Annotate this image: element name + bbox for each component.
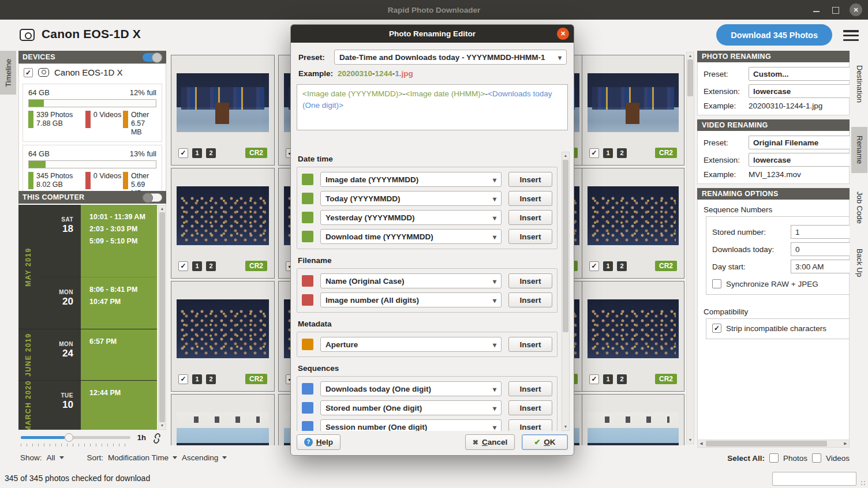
tab-job-code[interactable]: Job Code bbox=[851, 181, 867, 234]
token-combo[interactable]: Download time (YYYYMMDD) bbox=[320, 229, 502, 244]
menu-icon[interactable] bbox=[843, 30, 859, 41]
insert-button[interactable]: Insert bbox=[508, 337, 552, 352]
thumbnail-checkbox[interactable] bbox=[589, 374, 599, 384]
thumbnail-checkbox[interactable] bbox=[178, 374, 188, 384]
sort-order-select[interactable]: Ascending bbox=[182, 453, 227, 462]
token-combo[interactable]: Aperture bbox=[320, 337, 502, 352]
scroll-up-icon[interactable] bbox=[687, 53, 694, 59]
insert-button[interactable]: Insert bbox=[508, 400, 552, 415]
strip-incompatible-option[interactable]: Strip incompatible characters bbox=[712, 324, 850, 333]
stored-number-input[interactable]: 1 bbox=[791, 225, 850, 239]
thumbnail-checkbox[interactable] bbox=[178, 148, 188, 158]
this-computer-toggle[interactable] bbox=[143, 193, 162, 202]
token-row: Image number (All digits)Insert bbox=[302, 292, 552, 307]
timeline-day-row[interactable]: MON208:06 - 8:41 PM10:47 PM bbox=[38, 277, 157, 329]
video-preset-combo[interactable]: Original Filename bbox=[749, 136, 850, 149]
scrollbar-thumb[interactable] bbox=[706, 441, 827, 446]
scroll-down-icon[interactable] bbox=[687, 437, 694, 443]
dialog-scrollbar[interactable] bbox=[562, 152, 570, 431]
resize-grip-icon[interactable] bbox=[860, 481, 866, 486]
photo-thumbnail[interactable]: 12CR2 bbox=[582, 168, 684, 279]
scroll-left-icon[interactable] bbox=[698, 440, 705, 447]
scrollbar-thumb[interactable] bbox=[563, 160, 568, 332]
scrollbar-thumb[interactable] bbox=[159, 212, 165, 422]
scroll-down-icon[interactable] bbox=[159, 423, 166, 429]
maximize-button[interactable] bbox=[831, 6, 839, 14]
insert-button[interactable]: Insert bbox=[508, 210, 552, 225]
ok-button[interactable]: OK bbox=[522, 434, 568, 450]
zoom-slider[interactable] bbox=[21, 436, 130, 439]
dialog-close-button[interactable] bbox=[557, 28, 569, 40]
token-combo[interactable]: Name (Original Case) bbox=[320, 273, 502, 288]
scroll-right-icon[interactable] bbox=[842, 440, 849, 447]
unlink-icon[interactable] bbox=[151, 433, 163, 444]
insert-button[interactable]: Insert bbox=[508, 172, 552, 187]
photo-thumbnail[interactable]: 12CR2 bbox=[171, 168, 275, 279]
thumbnail-checkbox[interactable] bbox=[589, 261, 599, 271]
preset-combo[interactable]: Date-Time and Downloads today - YYYYMMDD… bbox=[334, 50, 567, 65]
tab-back-up[interactable]: Back Up bbox=[851, 239, 867, 287]
synchronize-checkbox[interactable] bbox=[712, 279, 721, 288]
thumbnail-checkbox[interactable] bbox=[178, 261, 188, 271]
chevron-down-icon bbox=[489, 213, 496, 222]
token-combo[interactable]: Image number (All digits) bbox=[320, 292, 502, 307]
status-input-box[interactable] bbox=[772, 472, 856, 486]
photo-thumbnail[interactable]: 12CR2 bbox=[582, 55, 684, 166]
photo-thumbnail[interactable]: 12CR2 bbox=[171, 55, 275, 166]
timeline-day-row[interactable]: SAT1810:01 - 11:39 AM2:03 - 3:03 PM5:09 … bbox=[38, 205, 157, 277]
token-combo[interactable]: Downloads today (One digit) bbox=[320, 381, 502, 396]
downloads-today-input[interactable]: 0 bbox=[791, 242, 850, 256]
tab-rename[interactable]: Rename bbox=[851, 127, 867, 173]
close-window-button[interactable] bbox=[850, 3, 862, 16]
photo-thumbnail[interactable]: 12CR2 bbox=[582, 394, 684, 445]
token-combo[interactable]: Session number (One digit) bbox=[320, 419, 502, 431]
scroll-up-icon[interactable] bbox=[562, 153, 569, 159]
timeline-day-row[interactable]: TUE1012:44 PM bbox=[38, 381, 157, 430]
thumbnails-scrollbar[interactable] bbox=[686, 52, 694, 444]
device-row[interactable]: Canon EOS-1D X bbox=[19, 64, 166, 81]
insert-button[interactable]: Insert bbox=[508, 229, 552, 244]
insert-button[interactable]: Insert bbox=[508, 381, 552, 396]
right-panel-hscrollbar[interactable] bbox=[697, 440, 850, 448]
devices-toggle[interactable] bbox=[143, 53, 162, 62]
insert-button[interactable]: Insert bbox=[508, 419, 552, 431]
legend-color-bar bbox=[28, 111, 33, 128]
day-start-input[interactable]: 3:00 AM bbox=[791, 260, 850, 273]
day-of-week: TUE bbox=[38, 392, 73, 399]
photo-thumbnail[interactable]: 12CR2 bbox=[171, 281, 275, 392]
synchronize-raw-jpeg-option[interactable]: Synchronize RAW + JPEG bbox=[712, 279, 850, 288]
thumbnail-checkbox[interactable] bbox=[589, 148, 599, 158]
insert-button[interactable]: Insert bbox=[508, 292, 552, 307]
select-all-videos-checkbox[interactable] bbox=[812, 453, 821, 463]
insert-button[interactable]: Insert bbox=[508, 273, 552, 288]
photo-thumbnail[interactable]: 12CR2 bbox=[171, 394, 275, 445]
rename-pattern-editor[interactable]: <Image date (YYYYMMDD)>-<Image date (HHM… bbox=[297, 84, 568, 130]
timeline-scrollbar[interactable] bbox=[158, 205, 166, 430]
tab-timeline[interactable]: Timeline bbox=[0, 51, 16, 95]
scroll-up-icon[interactable] bbox=[159, 206, 166, 212]
timeline-day-row[interactable]: MON246:57 PM bbox=[38, 329, 157, 380]
download-button[interactable]: Download 345 Photos bbox=[716, 24, 832, 46]
select-all-photos-checkbox[interactable] bbox=[769, 453, 779, 463]
photo-thumbnail[interactable]: 12CR2 bbox=[582, 281, 684, 392]
token-combo[interactable]: Stored number (One digit) bbox=[320, 400, 502, 415]
minimize-button[interactable] bbox=[813, 6, 821, 14]
photo-preset-combo[interactable]: Custom... bbox=[749, 67, 850, 81]
cancel-button[interactable]: Cancel bbox=[465, 434, 515, 450]
video-extension-combo[interactable]: lowercase bbox=[749, 153, 850, 167]
scroll-down-icon[interactable] bbox=[562, 424, 569, 430]
example-part: 20200310 bbox=[338, 69, 372, 78]
device-checkbox[interactable] bbox=[24, 68, 33, 77]
strip-incompatible-checkbox[interactable] bbox=[712, 324, 721, 333]
tab-destination[interactable]: Destination bbox=[851, 53, 867, 115]
scrollbar-thumb[interactable] bbox=[687, 59, 693, 96]
insert-button[interactable]: Insert bbox=[508, 191, 552, 206]
help-button[interactable]: Help bbox=[297, 434, 341, 450]
token-combo[interactable]: Yesterday (YYYYMMDD) bbox=[320, 210, 502, 225]
token-combo[interactable]: Today (YYYYMMDD) bbox=[320, 191, 502, 206]
sort-select[interactable]: Modification Time bbox=[108, 453, 177, 462]
show-select[interactable]: All bbox=[47, 453, 64, 462]
slider-handle[interactable] bbox=[65, 433, 73, 442]
token-combo[interactable]: Image date (YYYYMMDD) bbox=[320, 172, 502, 187]
photo-extension-combo[interactable]: lowercase bbox=[749, 84, 850, 98]
